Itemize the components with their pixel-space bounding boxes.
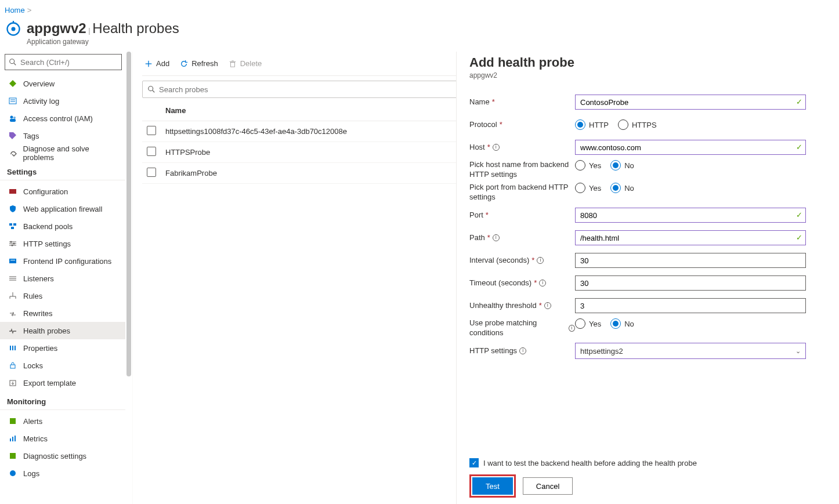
sidebar-item-metrics[interactable]: Metrics — [0, 430, 125, 447]
breadcrumb-home[interactable]: Home — [0, 2, 25, 18]
svg-rect-11 — [10, 119, 16, 122]
sidebar-item-listeners[interactable]: Listeners — [0, 270, 125, 287]
timeout-input[interactable] — [575, 275, 806, 291]
label-pick-port: Pick port from backend HTTP settings — [469, 183, 575, 202]
sidebar-item-label: Export template — [23, 379, 76, 387]
label-host: Host*i — [469, 143, 575, 153]
svg-point-48 — [149, 86, 153, 91]
radio-pick-port-no[interactable]: No — [610, 183, 634, 193]
sidebar-item-label: Logs — [23, 469, 39, 478]
svg-line-4 — [14, 63, 16, 66]
refresh-icon — [180, 60, 188, 68]
svg-marker-5 — [9, 80, 16, 87]
row-checkbox[interactable] — [147, 126, 156, 135]
sidebar-item-frontend-ip-configurations[interactable]: Frontend IP configurations — [0, 252, 125, 270]
refresh-button[interactable]: Refresh — [180, 59, 218, 68]
sidebar-item-label: Overview — [23, 79, 55, 88]
test-button[interactable]: Test — [472, 477, 513, 495]
label-unhealthy: Unhealthy threshold*i — [469, 301, 575, 311]
sidebar-group-settings: Settings — [0, 162, 125, 180]
port-input[interactable] — [575, 208, 806, 223]
svg-point-42 — [10, 470, 16, 476]
sidebar-item-rewrites[interactable]: Rewrites — [0, 304, 125, 322]
info-icon[interactable]: i — [537, 257, 544, 264]
radio-http[interactable]: HTTP — [575, 119, 609, 130]
sidebar-item-logs[interactable]: Logs — [0, 465, 125, 482]
sidebar-item-tags[interactable]: Tags — [0, 127, 125, 144]
sidebar-item-configuration[interactable]: Configuration — [0, 183, 125, 200]
svg-point-22 — [12, 245, 13, 246]
sidebar-item-export-template[interactable]: Export template — [0, 374, 125, 391]
test-before-add-checkbox[interactable]: ✓ — [469, 458, 479, 467]
page-title: Health probes — [92, 20, 179, 36]
info-icon[interactable]: i — [569, 325, 575, 332]
check-icon: ✓ — [796, 211, 802, 219]
sidebar-item-health-probes[interactable]: Health probes — [0, 322, 125, 339]
unhealthy-input[interactable] — [575, 298, 806, 313]
nav-icon — [8, 343, 17, 353]
sidebar-item-label: Backend pools — [23, 222, 73, 231]
sidebar-group-monitoring: Monitoring — [0, 391, 125, 410]
svg-point-21 — [13, 243, 15, 245]
svg-rect-35 — [10, 365, 15, 368]
info-icon[interactable]: i — [539, 280, 546, 287]
name-input[interactable] — [575, 95, 806, 110]
info-icon[interactable]: i — [493, 144, 500, 151]
search-icon — [9, 58, 17, 66]
resource-name: appgwv2 — [27, 20, 86, 36]
add-button[interactable]: Add — [144, 59, 169, 68]
sidebar-search[interactable] — [5, 54, 122, 70]
info-icon[interactable]: i — [544, 302, 551, 309]
label-timeout: Timeout (seconds)*i — [469, 278, 575, 288]
svg-rect-40 — [15, 436, 16, 441]
nav-icon — [8, 469, 17, 478]
trash-icon — [229, 60, 237, 68]
sidebar-item-overview[interactable]: Overview — [0, 75, 125, 92]
nav-icon — [8, 326, 17, 335]
nav-icon — [8, 114, 17, 123]
radio-pick-host-yes[interactable]: Yes — [575, 160, 601, 171]
sidebar-item-web-application-firewall[interactable]: Web application firewall — [0, 200, 125, 217]
sidebar-item-properties[interactable]: Properties — [0, 339, 125, 357]
nav-icon — [8, 416, 17, 426]
sidebar-item-activity-log[interactable]: Activity log — [0, 92, 125, 110]
delete-button: Delete — [229, 59, 262, 68]
nav-icon — [8, 256, 17, 266]
nav-icon — [8, 222, 17, 231]
nav-icon — [8, 291, 17, 300]
radio-https[interactable]: HTTPS — [618, 119, 657, 130]
path-input[interactable] — [575, 230, 806, 245]
radio-matching-no[interactable]: No — [610, 318, 634, 329]
resource-type: Application gateway — [27, 38, 179, 46]
sidebar-search-input[interactable] — [20, 58, 118, 67]
radio-pick-host-no[interactable]: No — [610, 160, 634, 171]
nav-icon — [8, 79, 17, 88]
breadcrumb-separator: > — [25, 6, 34, 14]
svg-rect-39 — [12, 437, 13, 441]
row-checkbox[interactable] — [147, 168, 156, 177]
label-http-settings: HTTP settings i — [469, 346, 575, 356]
row-checkbox[interactable] — [147, 147, 156, 156]
interval-input[interactable] — [575, 253, 806, 268]
info-icon[interactable]: i — [493, 234, 500, 241]
sidebar-item-alerts[interactable]: Alerts — [0, 412, 125, 430]
svg-rect-45 — [230, 62, 234, 67]
nav-icon — [8, 96, 17, 106]
sidebar-item-locks[interactable]: Locks — [0, 357, 125, 374]
sidebar-item-http-settings[interactable]: HTTP settings — [0, 235, 125, 252]
sidebar-item-label: Diagnose and solve problems — [23, 144, 120, 162]
cancel-button[interactable]: Cancel — [523, 477, 573, 495]
radio-pick-port-yes[interactable]: Yes — [575, 183, 601, 193]
panel-subtitle: appgwv2 — [469, 71, 822, 79]
scrollbar[interactable] — [125, 52, 132, 504]
sidebar-item-rules[interactable]: Rules — [0, 287, 125, 304]
http-settings-select[interactable]: httpsettings2 ⌄ — [575, 343, 806, 359]
radio-matching-yes[interactable]: Yes — [575, 318, 601, 329]
sidebar-item-backend-pools[interactable]: Backend pools — [0, 217, 125, 235]
sidebar-item-diagnose-and-solve-problems[interactable]: Diagnose and solve problems — [0, 144, 125, 162]
sidebar-item-diagnostic-settings[interactable]: Diagnostic settings — [0, 447, 125, 465]
svg-rect-13 — [9, 189, 16, 194]
info-icon[interactable]: i — [519, 347, 526, 354]
host-input[interactable] — [575, 140, 806, 155]
sidebar-item-access-control-iam-[interactable]: Access control (IAM) — [0, 110, 125, 127]
